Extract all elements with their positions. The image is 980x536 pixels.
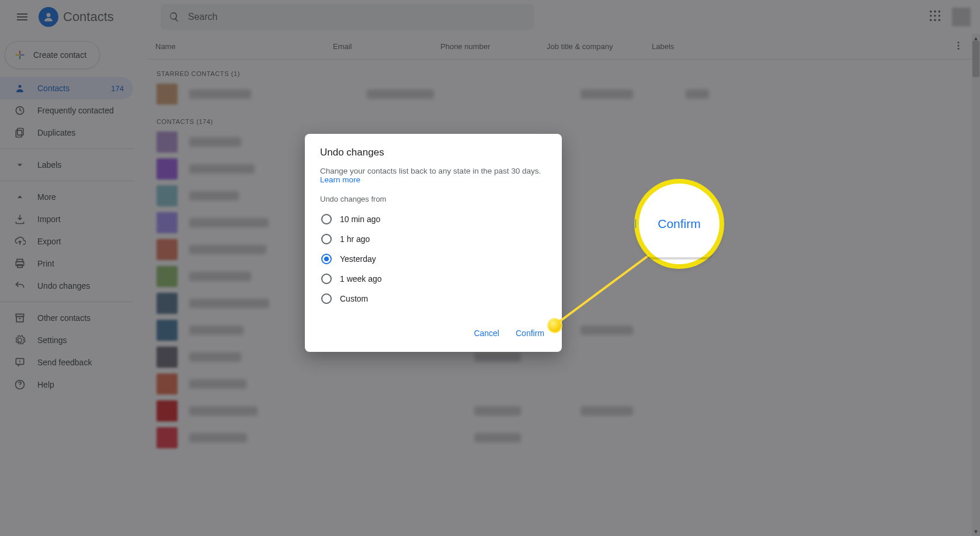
radio-icon (321, 214, 332, 224)
dialog-title: Undo changes (320, 147, 547, 158)
radio-icon (321, 274, 332, 284)
dialog-subhead: Undo changes from (320, 195, 547, 203)
undo-changes-dialog: Undo changes Change your contacts list b… (305, 134, 562, 352)
callout-magnifier: l Confirm (639, 184, 720, 264)
radio-icon (321, 234, 332, 244)
radio-icon (321, 254, 332, 264)
radio-label: Yesterday (340, 254, 376, 264)
radio-label: 1 week ago (340, 274, 382, 283)
cancel-button[interactable]: Cancel (471, 325, 502, 341)
radio-option-2[interactable]: Yesterday (320, 249, 547, 269)
learn-more-link[interactable]: Learn more (320, 175, 360, 184)
radio-option-1[interactable]: 1 hr ago (320, 229, 547, 249)
radio-option-3[interactable]: 1 week ago (320, 269, 547, 289)
callout-anchor-dot (548, 319, 561, 332)
radio-option-4[interactable]: Custom (320, 289, 547, 309)
radio-label: 1 hr ago (340, 234, 370, 244)
confirm-button[interactable]: Confirm (513, 325, 547, 341)
radio-option-0[interactable]: 10 min ago (320, 209, 547, 229)
radio-icon (321, 293, 332, 304)
radio-label: Custom (340, 294, 368, 303)
dialog-description: Change your contacts list back to any st… (320, 167, 547, 184)
radio-label: 10 min ago (340, 215, 380, 224)
callout-label: Confirm (658, 217, 701, 231)
